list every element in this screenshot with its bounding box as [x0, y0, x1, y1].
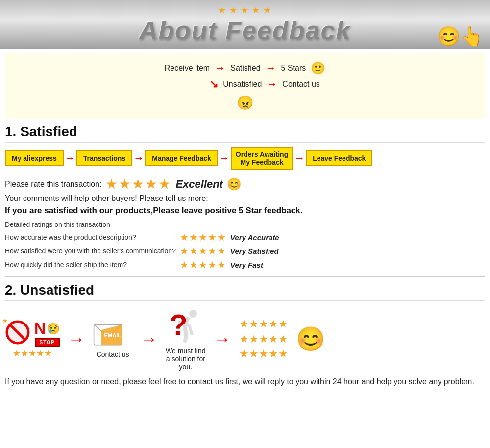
rating-desc2: Very Satisfied — [230, 244, 283, 258]
unsatisfied-icon-row: ★ N 😢 STOP ★★★★★ → EMAIL — [5, 308, 490, 371]
svg-text:?: ? — [170, 308, 188, 341]
no-symbol-icon: ★ — [5, 320, 30, 345]
smile-icon: 🙂 — [311, 61, 325, 75]
n-stop-group: N 😢 STOP — [34, 320, 60, 347]
final-stars-row1: ★★★★★ — [239, 318, 288, 330]
final-stars-row3: ★★★★★ — [239, 348, 288, 360]
stars-row-bottom: ★★★★★ — [13, 348, 52, 359]
question-figure-svg: ? — [169, 308, 203, 347]
final-stars-row2: ★★★★★ — [239, 333, 288, 346]
flow-box-managefeedback: Manage Feedback — [145, 150, 218, 166]
arrow-diag-icon: ↘ — [209, 78, 218, 91]
contact-label: Contact us — [97, 350, 129, 358]
rating-stars1: ★★★★★ — [180, 230, 230, 244]
comments-label: Your comments will help other buyers! Pl… — [5, 194, 485, 203]
five-stars-label: 5 Stars — [281, 64, 306, 73]
rate-transaction-label: Please rate this transaction: — [5, 180, 101, 189]
arrow-right2-icon: → — [266, 62, 276, 75]
excellent-label: Excellent — [175, 178, 223, 191]
intro-box: Receive item → Satisfied → 5 Stars 🙂 ↘ U… — [5, 53, 485, 119]
flow-box-transactions: Transactions — [76, 150, 132, 166]
flow-box-ordersawaiting: Orders AwaitingMy Feedback — [231, 147, 293, 170]
unsatisfied-arrow1: → — [68, 329, 85, 349]
rating-stars3: ★★★★★ — [180, 258, 230, 272]
flow-arrow4: → — [294, 152, 305, 165]
unsatisfied-label: Unsatisfied — [223, 80, 262, 89]
stars-below-group: ★★★★★ — [13, 348, 52, 359]
header-stars: ★ ★ ★ ★ ★ — [0, 5, 490, 16]
rating-q3: How quickly did the seller ship the item… — [5, 258, 180, 272]
rating-q2: How satisfied were you with the seller's… — [5, 244, 180, 258]
rating-row-1: How accurate was the product description… — [5, 230, 283, 244]
section2-heading: 2. Unsatisfied — [5, 282, 485, 301]
contact-us-label: Contact us — [282, 80, 319, 89]
page-title: About Feedback — [0, 16, 490, 45]
page-header: ★ ★ ★ ★ ★ About Feedback 😊👆 — [0, 0, 490, 49]
bottom-text: If you have any question or need, please… — [5, 375, 485, 388]
n-letter: N — [34, 320, 46, 338]
arrow-right-icon: → — [215, 62, 225, 75]
section1-heading: 1. Satisfied — [5, 124, 485, 143]
sad-emoji-icon: 😢 — [47, 323, 60, 335]
rating-stars2: ★★★★★ — [180, 244, 230, 258]
flowchart: My aliexpress → Transactions → Manage Fe… — [5, 147, 485, 170]
rating-desc3: Very Fast — [230, 258, 283, 272]
rating-q1: How accurate was the product description… — [5, 230, 180, 244]
unsatisfied-arrow2: → — [140, 329, 158, 349]
unsatisfied-arrow3: → — [214, 329, 231, 349]
excellent-smiley-icon: 😊 — [227, 177, 242, 191]
svg-point-5 — [189, 310, 197, 318]
svg-text:EMAIL: EMAIL — [104, 332, 122, 338]
flow-arrow1: → — [65, 152, 75, 165]
solution-text: We must find a solution for you. — [166, 347, 205, 371]
email-group: EMAIL Contact us — [93, 320, 132, 358]
header-smiley-icon: 😊👆 — [437, 25, 483, 47]
question-figure-group: ? We must find a solution for you. — [166, 308, 205, 371]
flow-arrow3: → — [219, 152, 230, 165]
group-no-stop: ★ N 😢 STOP ★★★★★ — [5, 320, 60, 359]
rating-section: Please rate this transaction: ★★★★★ Exce… — [5, 176, 485, 216]
stop-sign: STOP — [35, 338, 60, 347]
flow-box-leavefeedback: Leave Feedback — [306, 150, 372, 166]
detailed-title: Detailed ratings on this transaction — [5, 221, 485, 228]
flow-arrow2: → — [133, 152, 144, 165]
detailed-ratings: Detailed ratings on this transaction How… — [5, 221, 485, 272]
flow-box-myaliexpress: My aliexpress — [5, 150, 64, 166]
final-smiley-icon: 😊 — [296, 325, 325, 353]
arrow-right3-icon: → — [267, 78, 277, 91]
stars-excellent-icon: ★★★★★ — [105, 176, 172, 192]
email-icon: EMAIL — [93, 320, 132, 349]
positive-feedback-msg: If you are satisfied with our products,P… — [5, 206, 485, 216]
rating-row-3: How quickly did the seller ship the item… — [5, 258, 283, 272]
receive-item-label: Receive item — [165, 64, 210, 73]
final-stars-group: ★★★★★ ★★★★★ ★★★★★ — [239, 318, 288, 360]
rating-row-2: How satisfied were you with the seller's… — [5, 244, 283, 258]
satisfied-label: Satisfied — [230, 64, 260, 73]
angry-icon: 😠 — [237, 95, 254, 111]
rating-desc1: Very Accurate — [230, 230, 283, 244]
